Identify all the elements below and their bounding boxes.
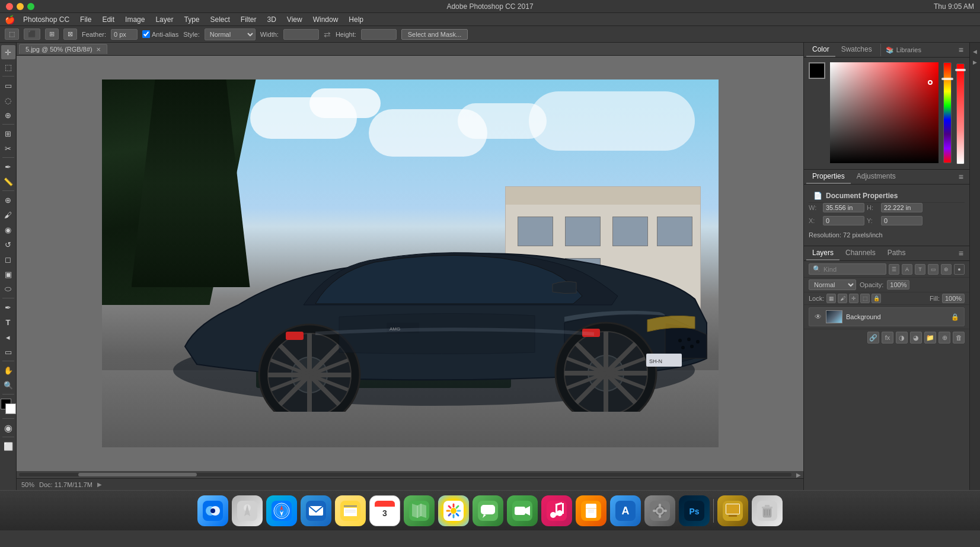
menu-window[interactable]: Window — [308, 14, 343, 25]
status-arrow[interactable]: ▶ — [97, 481, 102, 488]
width-input[interactable] — [283, 29, 319, 40]
path-select-tool[interactable]: ◂ — [1, 330, 15, 344]
layers-search[interactable]: 🔍 Kind — [809, 263, 886, 275]
menu-file[interactable]: File — [75, 14, 96, 25]
fill-input[interactable] — [942, 294, 965, 303]
dock-launchpad[interactable] — [232, 495, 263, 526]
ruler-tool[interactable]: 📏 — [1, 174, 15, 189]
dock-mail[interactable] — [301, 495, 331, 526]
menu-select[interactable]: Select — [205, 14, 234, 25]
blend-mode-select[interactable]: Normal Multiply Screen Overlay — [809, 279, 856, 290]
anti-alias-checkbox[interactable] — [142, 30, 150, 38]
filter-pixel-btn[interactable]: ☰ — [889, 264, 899, 275]
gradient-tool[interactable]: ▣ — [1, 267, 15, 281]
opacity-slider[interactable] — [956, 63, 965, 164]
color-panel-menu[interactable]: ≡ — [955, 44, 967, 56]
w-value[interactable]: 35.556 in — [823, 203, 864, 212]
link-layers-btn[interactable]: 🔗 — [867, 332, 879, 344]
dock-ibooks[interactable] — [576, 495, 606, 526]
props-panel-menu[interactable]: ≡ — [955, 171, 967, 183]
apple-menu[interactable]: 🍎 — [5, 15, 15, 24]
layers-panel-menu[interactable]: ≡ — [955, 247, 967, 259]
tab-adjustments[interactable]: Adjustments — [851, 170, 902, 184]
tool-mode-btn3[interactable]: ⊞ — [45, 28, 59, 40]
tool-mode-btn[interactable]: ⬚ — [5, 28, 19, 40]
new-fill-btn[interactable]: ◕ — [910, 332, 922, 344]
screen-mode-btn[interactable]: ⬜ — [1, 439, 15, 453]
menu-image[interactable]: Image — [120, 14, 149, 25]
y-value[interactable]: 0 — [881, 216, 922, 225]
tab-paths[interactable]: Paths — [882, 246, 912, 260]
menu-edit[interactable]: Edit — [97, 14, 119, 25]
heal-tool[interactable]: ⊕ — [1, 193, 15, 207]
background-color[interactable] — [5, 403, 16, 414]
menu-layer[interactable]: Layer — [151, 14, 178, 25]
x-value[interactable]: 0 — [823, 216, 864, 225]
dock-finder[interactable] — [197, 495, 228, 526]
move-tool[interactable]: ✛ — [1, 45, 15, 59]
dock-music[interactable] — [541, 495, 572, 526]
scrollbar-thumb[interactable] — [78, 473, 197, 476]
dock-preview[interactable] — [717, 495, 748, 526]
dock-safari[interactable] — [266, 495, 297, 526]
tool-mode-btn2[interactable]: ⬛ — [24, 28, 40, 40]
dock-trash[interactable] — [752, 495, 783, 526]
menu-3d[interactable]: 3D — [263, 14, 281, 25]
type-tool[interactable]: T — [1, 315, 15, 329]
dock-calendar[interactable]: 3 — [369, 495, 400, 526]
zoom-tool[interactable]: 🔍 — [1, 378, 15, 392]
select-mask-button[interactable]: Select and Mask... — [401, 29, 468, 40]
marquee-tool[interactable]: ▭ — [1, 78, 15, 93]
style-select[interactable]: Normal Fixed Ratio Fixed Size — [205, 28, 256, 40]
slice-tool[interactable]: ✂ — [1, 141, 15, 155]
canvas-viewport[interactable]: SH-N AMG — [17, 56, 803, 471]
crop-tool[interactable]: ⊞ — [1, 126, 15, 141]
menu-view[interactable]: View — [282, 14, 307, 25]
lock-position-btn[interactable]: ✛ — [849, 294, 858, 303]
new-group-btn[interactable]: 📁 — [924, 332, 936, 344]
close-button[interactable] — [6, 3, 13, 10]
filter-smart-btn[interactable]: ⊛ — [941, 264, 952, 275]
dock-mail2[interactable] — [335, 495, 366, 526]
filter-type-btn[interactable]: T — [915, 264, 925, 275]
background-layer-row[interactable]: 👁 Background 🔒 — [809, 307, 965, 326]
dock-maps[interactable] — [404, 495, 435, 526]
hand-tool[interactable]: ✋ — [1, 363, 15, 377]
shape-tool[interactable]: ▭ — [1, 345, 15, 359]
fx-btn[interactable]: fx — [882, 332, 893, 344]
opacity-input[interactable] — [887, 280, 909, 290]
window-controls[interactable] — [6, 3, 34, 10]
tab-color[interactable]: Color — [806, 43, 835, 57]
dock-messages[interactable] — [473, 495, 503, 526]
blur-tool[interactable]: ⬭ — [1, 282, 15, 296]
color-picker-gradient[interactable] — [830, 62, 938, 163]
menu-type[interactable]: Type — [179, 14, 204, 25]
pen-tool[interactable]: ✒ — [1, 300, 15, 314]
tab-swatches[interactable]: Swatches — [835, 43, 878, 57]
libraries-button[interactable]: 📚 Libraries — [880, 44, 926, 56]
document-tab[interactable]: 5.jpg @ 50% (RGB/8#) ✕ — [19, 44, 107, 54]
quick-mask-btn[interactable]: ◉ — [1, 421, 15, 435]
maximize-button[interactable] — [27, 3, 34, 10]
menu-filter[interactable]: Filter — [236, 14, 261, 25]
dock-photos[interactable] — [438, 495, 469, 526]
new-layer-btn[interactable]: ⊕ — [938, 332, 950, 344]
lock-paint-btn[interactable]: 🖌 — [838, 294, 847, 303]
menu-help[interactable]: Help — [344, 14, 368, 25]
artboard-tool[interactable]: ⬚ — [1, 60, 15, 74]
tab-properties[interactable]: Properties — [806, 170, 851, 184]
edge-expand-btn[interactable]: ▶ — [971, 58, 979, 66]
quick-select-tool[interactable]: ⊕ — [1, 108, 15, 122]
minimize-button[interactable] — [17, 3, 24, 10]
tab-layers[interactable]: Layers — [806, 246, 839, 260]
lasso-tool[interactable]: ◌ — [1, 93, 15, 107]
delete-layer-btn[interactable]: 🗑 — [953, 332, 965, 344]
lock-all-btn[interactable]: 🔒 — [872, 294, 881, 303]
tab-channels[interactable]: Channels — [839, 246, 882, 260]
eyedropper-tool[interactable]: ✒ — [1, 160, 15, 174]
eraser-tool[interactable]: ◻ — [1, 252, 15, 266]
active-color-swatch[interactable] — [809, 62, 825, 79]
tab-close[interactable]: ✕ — [96, 46, 101, 53]
add-mask-btn[interactable]: ◑ — [896, 332, 908, 344]
dock-sysprefs[interactable] — [644, 495, 675, 526]
